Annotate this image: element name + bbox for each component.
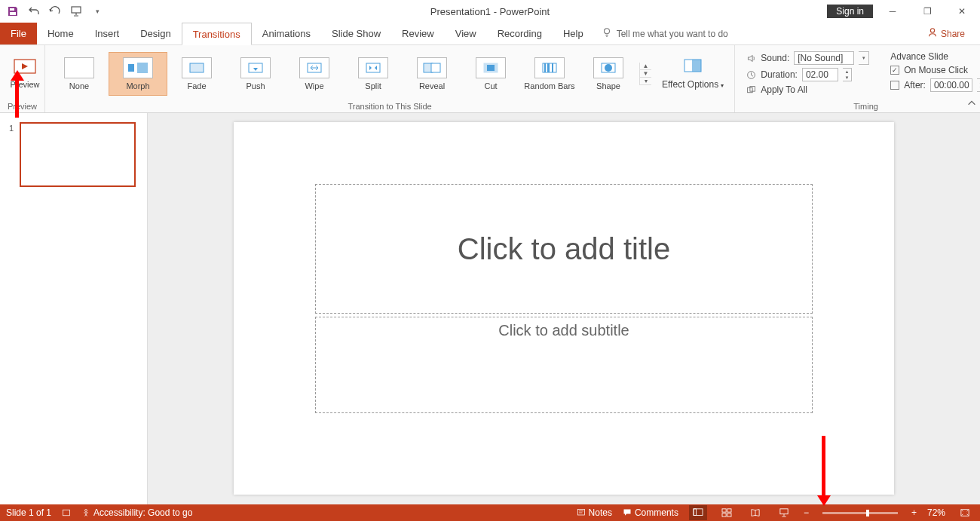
transition-cut[interactable]: Cut — [461, 52, 520, 96]
accessibility-button[interactable]: Accessibility: Good to go — [81, 507, 192, 518]
sorter-view-icon[interactable] — [718, 505, 736, 520]
zoom-level[interactable]: 72% — [927, 507, 945, 518]
collapse-ribbon-icon[interactable] — [966, 98, 977, 111]
transition-wipe[interactable]: Wipe — [285, 52, 344, 96]
duration-input[interactable]: 02.00 — [802, 68, 838, 81]
slideshow-view-icon[interactable] — [775, 505, 793, 520]
svg-rect-7 — [190, 63, 204, 72]
transition-randombars[interactable]: Random Bars — [520, 52, 579, 96]
lightbulb-icon — [602, 27, 612, 40]
svg-rect-31 — [722, 509, 726, 512]
close-button[interactable]: ✕ — [947, 1, 977, 22]
after-spinner[interactable]: ▲▼ — [977, 78, 980, 92]
randombars-icon — [534, 57, 565, 78]
comments-label: Comments — [635, 507, 678, 518]
accessibility-label: Accessibility: Good to go — [93, 507, 192, 518]
transition-reveal-label: Reveal — [419, 81, 445, 90]
tell-me-search[interactable]: Tell me what you want to do — [594, 23, 728, 44]
effect-options-label: Effect Options ▾ — [662, 79, 724, 90]
share-button[interactable]: Share — [927, 23, 980, 44]
svg-point-2 — [930, 29, 934, 32]
present-from-start-icon[interactable] — [69, 5, 83, 18]
tab-animations[interactable]: Animations — [252, 23, 321, 44]
tab-slideshow[interactable]: Slide Show — [321, 23, 391, 44]
zoom-in-button[interactable]: + — [911, 507, 917, 518]
duration-value: 02.00 — [806, 69, 828, 80]
svg-rect-12 — [431, 63, 440, 72]
after-value: 00:00.00 — [934, 80, 969, 90]
notes-button[interactable]: Notes — [577, 507, 612, 518]
title-placeholder-text: Click to add title — [458, 232, 670, 266]
sign-in-button[interactable]: Sign in — [827, 5, 873, 18]
slide-counter: Slide 1 of 1 — [6, 507, 51, 518]
effect-options-button[interactable]: Effect Options ▾ — [656, 55, 730, 93]
ribbon: Preview Preview None Morph Fad — [0, 45, 980, 113]
tab-insert[interactable]: Insert — [84, 23, 130, 44]
apply-all-icon — [746, 84, 756, 95]
apply-to-all-button[interactable]: Apply To All — [746, 84, 869, 95]
sound-dropdown-icon[interactable]: ▼ — [859, 51, 869, 65]
undo-icon[interactable] — [27, 5, 41, 18]
tab-transitions[interactable]: Transitions — [182, 23, 252, 45]
transition-none[interactable]: None — [50, 52, 109, 96]
slider-knob[interactable] — [866, 510, 869, 516]
transition-split[interactable]: Split — [344, 52, 403, 96]
svg-rect-29 — [694, 509, 703, 516]
svg-rect-6 — [137, 63, 148, 73]
qat-more-icon[interactable]: ▾ — [90, 5, 104, 18]
svg-point-1 — [604, 29, 609, 34]
after-input[interactable]: 00:00.00 — [930, 78, 972, 92]
reading-view-icon[interactable] — [746, 505, 764, 520]
tab-file[interactable]: File — [0, 23, 37, 44]
chevron-down-icon[interactable]: ▼ — [843, 75, 851, 81]
transition-fade[interactable]: Fade — [167, 52, 226, 96]
minimize-button[interactable]: ─ — [877, 1, 908, 22]
work-area: 1 Click to add title Click to add subtit… — [0, 113, 980, 504]
slide-thumbnail-1[interactable]: 1 — [20, 122, 136, 187]
tab-view[interactable]: View — [445, 23, 487, 44]
comments-button[interactable]: Comments — [623, 507, 678, 518]
transition-morph[interactable]: Morph — [109, 52, 167, 96]
gallery-more-icon[interactable]: ▾ — [640, 78, 651, 85]
svg-rect-35 — [780, 509, 788, 514]
zoom-out-button[interactable]: − — [804, 507, 809, 518]
svg-rect-22 — [692, 60, 701, 72]
chevron-up-icon[interactable]: ▲ — [843, 69, 851, 75]
after-checkbox[interactable]: After: 00:00.00 ▲▼ — [890, 78, 980, 92]
fade-icon — [182, 57, 212, 78]
tab-review[interactable]: Review — [391, 23, 445, 44]
normal-view-icon[interactable] — [689, 505, 707, 520]
fit-to-window-icon[interactable] — [956, 505, 974, 520]
transition-split-label: Split — [365, 81, 381, 90]
slide-canvas[interactable]: Click to add title Click to add subtitle — [234, 122, 894, 495]
gallery-up-icon[interactable]: ▲ — [640, 63, 651, 70]
duration-spinner[interactable]: ▲▼ — [843, 68, 852, 81]
tab-help[interactable]: Help — [553, 23, 594, 44]
language-button[interactable] — [62, 508, 71, 517]
transition-shape[interactable]: Shape — [579, 52, 638, 96]
sound-select[interactable]: [No Sound] — [794, 51, 854, 65]
transition-shape-label: Shape — [596, 81, 620, 90]
redo-icon[interactable] — [48, 5, 62, 18]
svg-rect-14 — [487, 65, 495, 71]
subtitle-placeholder[interactable]: Click to add subtitle — [315, 317, 813, 413]
duration-label: Duration: — [761, 69, 798, 80]
tab-design[interactable]: Design — [130, 23, 181, 44]
svg-rect-18 — [552, 63, 553, 72]
gallery-down-icon[interactable]: ▼ — [640, 70, 651, 78]
reveal-icon — [417, 57, 447, 78]
on-mouse-click-checkbox[interactable]: ✓ On Mouse Click — [890, 65, 980, 75]
title-placeholder[interactable]: Click to add title — [315, 184, 813, 314]
save-icon[interactable] — [6, 5, 20, 18]
slide-canvas-wrap: Click to add title Click to add subtitle — [148, 113, 980, 504]
annotation-arrow-down — [822, 436, 825, 496]
maximize-button[interactable]: ❐ — [912, 1, 942, 22]
svg-rect-10 — [366, 63, 380, 72]
tab-recording[interactable]: Recording — [487, 23, 553, 44]
transition-push[interactable]: Push — [226, 52, 285, 96]
timing-group-label: Timing — [735, 102, 980, 112]
zoom-slider[interactable] — [822, 512, 898, 514]
person-icon — [927, 27, 938, 40]
transition-reveal[interactable]: Reveal — [403, 52, 461, 96]
tab-home[interactable]: Home — [37, 23, 84, 44]
